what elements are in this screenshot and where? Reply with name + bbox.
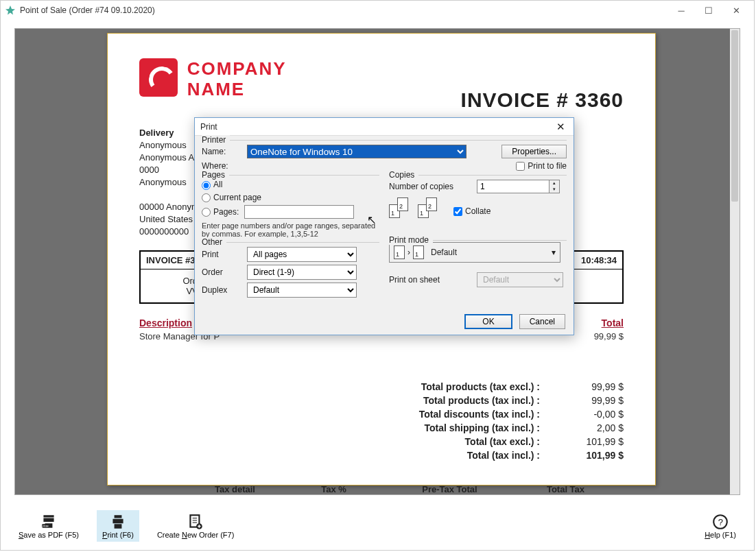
dialog-title: Print — [200, 122, 217, 132]
printer-select[interactable]: OneNote for Windows 10 — [247, 145, 466, 158]
window-title: Point of Sale (Order #74 09.10.2020) — [20, 5, 155, 15]
pages-hint: Enter page numbers and/or page ranges, s… — [202, 221, 379, 238]
print-button[interactable]: Print (F6) — [97, 510, 139, 542]
main-window: Point of Sale (Order #74 09.10.2020) ─ ☐… — [0, 0, 755, 551]
company-logo-icon — [139, 58, 178, 97]
new-order-icon — [187, 513, 204, 531]
pages-current-radio[interactable]: Current page — [202, 193, 261, 202]
print-to-file-checkbox[interactable]: Print to file — [516, 161, 567, 171]
pages-range-radio[interactable]: Pages: — [202, 207, 239, 217]
svg-text:PDF: PDF — [43, 525, 49, 528]
close-button[interactable]: ✕ — [722, 2, 750, 19]
copies-input[interactable] — [477, 180, 550, 193]
ok-button[interactable]: OK — [464, 314, 512, 329]
properties-button[interactable]: Properties... — [501, 145, 567, 158]
printer-name-label: Name: — [202, 147, 241, 156]
collate-illustration-icon: 12 12 — [389, 197, 442, 225]
help-button[interactable]: ? Help (F1) — [699, 510, 742, 542]
pages-range-input[interactable] — [244, 205, 354, 219]
printer-icon — [109, 513, 127, 531]
help-icon: ? — [711, 513, 729, 531]
description-header: Description — [139, 317, 192, 328]
company-name: COMPANYNAME — [187, 58, 287, 99]
maximize-button[interactable]: ☐ — [695, 2, 722, 19]
print-mode-group: Print mode 1 › 1 Default ▾ Print on shee… — [389, 240, 567, 287]
svg-text:?: ? — [718, 517, 723, 527]
duplex-select[interactable]: Default — [247, 283, 357, 298]
preview-scrollbar[interactable] — [730, 29, 740, 494]
dialog-close-button[interactable]: ✕ — [554, 121, 568, 133]
totals-block: Total products (tax excl.) :99,99 $Total… — [139, 380, 624, 462]
order-select[interactable]: Direct (1-9) — [247, 265, 357, 280]
copies-spinner[interactable]: ▴▾ — [550, 180, 560, 193]
print-pages-select[interactable]: All pages — [247, 247, 357, 262]
app-icon — [5, 5, 16, 16]
cancel-button[interactable]: Cancel — [519, 314, 565, 329]
minimize-button[interactable]: ─ — [668, 2, 695, 19]
save-as-pdf-button[interactable]: PDF Save as PDF (F5) — [13, 510, 84, 542]
print-dialog: Print ✕ Printer Name: OneNote for Window… — [194, 117, 574, 335]
new-order-button[interactable]: Create New Order (F7) — [152, 510, 240, 542]
invoice-title: INVOICE # 3360 — [461, 88, 624, 112]
total-header: Total — [602, 317, 624, 328]
pdf-icon: PDF — [40, 513, 58, 531]
print-mode-select[interactable]: 1 › 1 Default ▾ — [389, 242, 560, 263]
collate-checkbox[interactable]: Collate — [453, 206, 491, 216]
dialog-titlebar: Print ✕ — [195, 118, 574, 136]
pages-all-radio[interactable]: All — [202, 180, 222, 189]
tax-row: Products 0.00 99.99 $ 0.00 $ — [139, 494, 624, 495]
copies-group: Copies Number of copies ▴▾ 12 12 — [389, 175, 567, 225]
where-label: Where: — [202, 161, 241, 171]
tax-header-row: Tax detail Tax % Pre-Tax Total Total Tax — [139, 484, 624, 494]
titlebar: Point of Sale (Order #74 09.10.2020) ─ ☐… — [1, 1, 754, 20]
print-on-sheet-select: Default — [477, 272, 563, 287]
printer-group: Printer Name: OneNote for Windows 10 Pro… — [202, 140, 567, 171]
other-group: Other Print All pages Order Direct (1-9)… — [202, 242, 379, 298]
bottom-toolbar: PDF Save as PDF (F5) Print (F6) Create N… — [1, 502, 754, 550]
pages-group: Pages All Current page Pages: Enter page… — [202, 175, 379, 238]
